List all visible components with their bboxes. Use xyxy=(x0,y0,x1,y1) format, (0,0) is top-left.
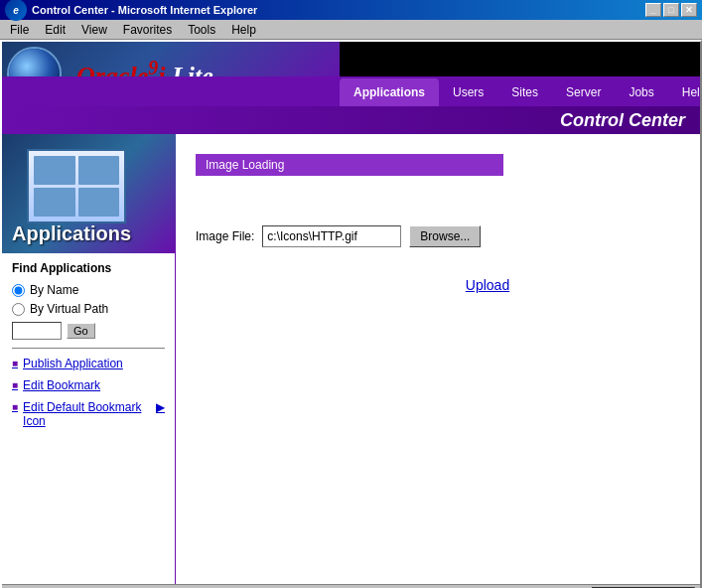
minimize-button[interactable]: _ xyxy=(645,3,661,17)
sidebar-screen-decoration xyxy=(27,149,126,223)
nav-tabs: Applications Users Sites Server Jobs Hel… xyxy=(2,76,700,106)
browse-button[interactable]: Browse... xyxy=(409,225,481,247)
sidebar-image: Applications xyxy=(2,134,176,253)
tab-help[interactable]: Help xyxy=(668,78,700,106)
sidebar-content: Find Applications By Name By Virtual Pat… xyxy=(2,253,175,584)
tab-server[interactable]: Server xyxy=(552,78,615,106)
screen-block-4 xyxy=(78,188,120,217)
bullet-icon-1: ■ xyxy=(12,358,18,368)
menu-view[interactable]: View xyxy=(73,21,115,39)
screen-block-1 xyxy=(34,156,75,185)
go-button[interactable]: Go xyxy=(67,323,95,339)
oracle-header: Oracle9i Lite Applications Users Sites S… xyxy=(2,42,700,106)
menu-bar: File Edit View Favorites Tools Help xyxy=(0,20,702,40)
title-bar: e Control Center - Microsoft Internet Ex… xyxy=(0,0,702,20)
search-input[interactable] xyxy=(12,322,62,340)
tab-applications[interactable]: Applications xyxy=(340,78,439,106)
search-row: Go xyxy=(12,322,165,340)
sidebar-section-label: Applications xyxy=(12,222,131,245)
arrow-icon: ▶ xyxy=(156,400,165,414)
sidebar: Applications Find Applications By Name B… xyxy=(2,134,176,584)
publish-application-link[interactable]: ■ Publish Application xyxy=(12,357,165,370)
file-upload-row: Image File: Browse... xyxy=(196,225,680,247)
main-content: Applications Find Applications By Name B… xyxy=(2,134,700,584)
control-center-title: Control Center xyxy=(2,106,700,134)
radio-label-by-path[interactable]: By Virtual Path xyxy=(12,302,165,316)
tab-jobs[interactable]: Jobs xyxy=(615,78,667,106)
menu-tools[interactable]: Tools xyxy=(180,21,223,39)
menu-favorites[interactable]: Favorites xyxy=(115,21,180,39)
tab-users[interactable]: Users xyxy=(439,78,497,106)
right-content: Image Loading Image File: Browse... Uplo… xyxy=(176,134,700,584)
file-path-input[interactable] xyxy=(262,225,401,247)
radio-by-path: By Virtual Path xyxy=(12,302,165,316)
screen-block-2 xyxy=(78,156,120,185)
bullet-icon-3: ■ xyxy=(12,401,18,412)
sidebar-links: ■ Publish Application ■ Edit Bookmark ■ … xyxy=(12,357,165,428)
bullet-icon-2: ■ xyxy=(12,379,18,390)
browser-window: Oracle9i Lite Applications Users Sites S… xyxy=(0,40,702,588)
file-label: Image File: xyxy=(196,229,254,243)
screen-block-3 xyxy=(34,188,75,217)
find-applications-title: Find Applications xyxy=(12,261,165,275)
maximize-button[interactable]: □ xyxy=(663,3,679,17)
upload-link[interactable]: Upload xyxy=(295,277,680,293)
menu-file[interactable]: File xyxy=(2,21,37,39)
menu-edit[interactable]: Edit xyxy=(37,21,73,39)
close-button[interactable]: ✕ xyxy=(681,3,697,17)
menu-help[interactable]: Help xyxy=(223,21,264,39)
edit-default-bookmark-icon-link[interactable]: ■ Edit Default Bookmark Icon ▶ xyxy=(12,400,165,428)
radio-input-by-name[interactable] xyxy=(12,284,25,297)
radio-input-by-path[interactable] xyxy=(12,303,25,316)
radio-by-name: By Name xyxy=(12,283,165,297)
status-bar: ⟳ Reset Local intranet xyxy=(2,584,700,588)
ie-icon: e xyxy=(5,0,27,21)
image-loading-bar: Image Loading xyxy=(196,154,503,176)
sidebar-divider xyxy=(12,348,165,349)
tab-sites[interactable]: Sites xyxy=(497,78,552,106)
window-title: Control Center - Microsoft Internet Expl… xyxy=(32,4,257,16)
edit-bookmark-link[interactable]: ■ Edit Bookmark xyxy=(12,378,165,392)
radio-label-by-name[interactable]: By Name xyxy=(12,283,165,297)
